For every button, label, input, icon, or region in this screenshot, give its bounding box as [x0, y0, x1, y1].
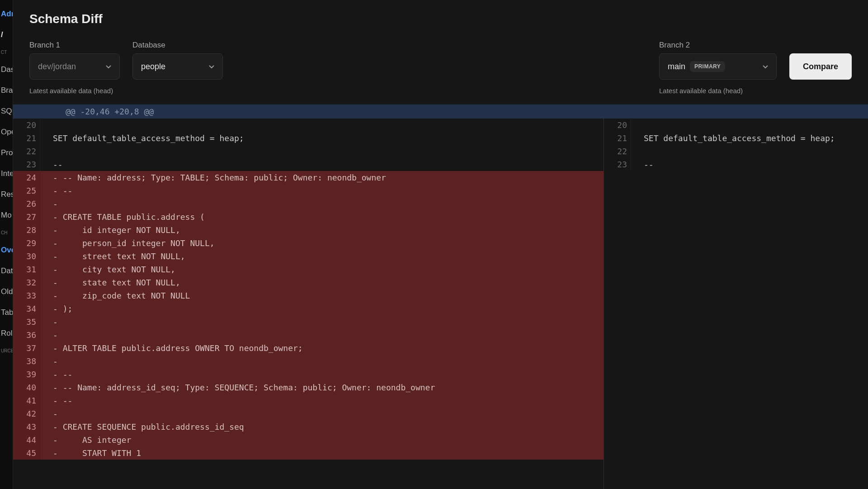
- line-content: [631, 119, 868, 132]
- chevron-down-icon: [105, 63, 112, 70]
- line-content: --: [40, 158, 604, 171]
- line-content: --: [631, 158, 868, 171]
- diff-row: 24-- Name: address; Type: TABLE; Schema:…: [13, 171, 604, 184]
- diff-row: 31 city text NOT NULL,: [13, 263, 604, 276]
- sidebar-item[interactable]: Ope: [0, 122, 13, 142]
- sidebar-item[interactable]: Tab: [0, 302, 13, 323]
- database-block: Database people: [132, 41, 223, 95]
- line-content: ALTER TABLE public.address OWNER TO neon…: [40, 342, 604, 355]
- diff-row: 38: [13, 355, 604, 368]
- line-content: CREATE SEQUENCE public.address_id_seq: [40, 420, 604, 433]
- compare-button[interactable]: Compare: [789, 53, 852, 80]
- line-number: 23: [604, 158, 631, 171]
- line-number: 25: [13, 184, 40, 197]
- header: Schema Diff: [13, 0, 868, 38]
- line-number: 39: [13, 368, 40, 381]
- sidebar-item[interactable]: CT: [0, 45, 13, 59]
- diff-row: 37ALTER TABLE public.address OWNER TO ne…: [13, 342, 604, 355]
- diff-row: 44 AS integer: [13, 433, 604, 446]
- diff-row: 42: [13, 407, 604, 420]
- sidebar-item[interactable]: URCES: [0, 344, 13, 358]
- line-content: [40, 119, 604, 132]
- database-value: people: [141, 62, 165, 71]
- line-content: [40, 407, 604, 420]
- diff-row: 30 street text NOT NULL,: [13, 250, 604, 263]
- diff-row: 40-- Name: address_id_seq; Type: SEQUENC…: [13, 381, 604, 394]
- branch2-hint: Latest available data (head): [659, 87, 777, 95]
- diff-row: 45 START WITH 1: [13, 446, 604, 460]
- diff-view: @@ -20,46 +20,8 @@ 2021SET default_table…: [13, 104, 868, 489]
- line-content: SET default_table_access_method = heap;: [40, 132, 604, 145]
- diff-row: 22: [604, 145, 868, 158]
- sidebar-item[interactable]: SQL: [0, 101, 13, 122]
- diff-row: 35: [13, 315, 604, 328]
- line-number: 26: [13, 197, 40, 210]
- diff-row: 22: [13, 145, 604, 158]
- line-number: 20: [13, 119, 40, 132]
- line-number: 38: [13, 355, 40, 368]
- line-content: state text NOT NULL,: [40, 276, 604, 289]
- database-spacer: [132, 87, 223, 95]
- branch2-block: Branch 2 main PRIMARY Latest available d…: [659, 41, 777, 95]
- main-content: Schema Diff Branch 1 dev/jordan Latest a…: [13, 0, 868, 489]
- diff-row: 26: [13, 197, 604, 210]
- line-content: --: [40, 184, 604, 197]
- sidebar-item[interactable]: Inte: [0, 163, 13, 184]
- page-title: Schema Diff: [29, 12, 852, 26]
- line-number: 27: [13, 210, 40, 223]
- primary-badge: PRIMARY: [690, 61, 725, 72]
- sidebar-item[interactable]: Mo: [0, 205, 13, 226]
- line-content: [40, 355, 604, 368]
- line-content: SET default_table_access_method = heap;: [631, 132, 868, 145]
- diff-right-pane: 2021SET default_table_access_method = he…: [604, 104, 868, 489]
- line-content: [40, 315, 604, 328]
- diff-row: 28 id integer NOT NULL,: [13, 223, 604, 237]
- line-number: 42: [13, 407, 40, 420]
- sidebar: Admi/CTDasBraSQLOpeProInteResMoCHOveDatO…: [0, 0, 13, 489]
- sidebar-item[interactable]: Admi: [0, 4, 13, 24]
- line-number: 32: [13, 276, 40, 289]
- diff-row: 39--: [13, 368, 604, 381]
- branch1-value: dev/jordan: [38, 62, 76, 71]
- branch2-select[interactable]: main PRIMARY: [659, 53, 777, 80]
- line-number: 21: [13, 132, 40, 145]
- sidebar-item[interactable]: Ove: [0, 240, 13, 261]
- diff-row: 20: [13, 119, 604, 132]
- database-label: Database: [132, 41, 223, 50]
- branch2-label: Branch 2: [659, 41, 777, 50]
- diff-row: 34);: [13, 302, 604, 315]
- line-number: 34: [13, 302, 40, 315]
- line-number: 35: [13, 315, 40, 328]
- diff-row: 33 zip_code text NOT NULL: [13, 289, 604, 302]
- line-content: city text NOT NULL,: [40, 263, 604, 276]
- line-content: START WITH 1: [40, 446, 604, 460]
- sidebar-item[interactable]: Das: [0, 59, 13, 80]
- sidebar-item[interactable]: Res: [0, 184, 13, 205]
- diff-row: 43CREATE SEQUENCE public.address_id_seq: [13, 420, 604, 433]
- line-content: [40, 145, 604, 158]
- sidebar-item[interactable]: Pro: [0, 142, 13, 163]
- sidebar-item[interactable]: CH: [0, 226, 13, 240]
- line-content: [631, 145, 868, 158]
- sidebar-item[interactable]: Dat: [0, 261, 13, 281]
- sidebar-item[interactable]: Bra: [0, 80, 13, 101]
- line-number: 20: [604, 119, 631, 132]
- sidebar-item[interactable]: Rol: [0, 323, 13, 344]
- line-number: 45: [13, 446, 40, 460]
- database-select[interactable]: people: [132, 53, 223, 80]
- line-number: 36: [13, 328, 40, 342]
- diff-row: 25--: [13, 184, 604, 197]
- compare-block: Compare: [789, 38, 852, 95]
- line-content: id integer NOT NULL,: [40, 223, 604, 237]
- line-number: 33: [13, 289, 40, 302]
- branch2-value: main: [668, 62, 685, 71]
- diff-row: 23--: [13, 158, 604, 171]
- line-number: 23: [13, 158, 40, 171]
- diff-row: 41--: [13, 394, 604, 407]
- sidebar-item[interactable]: Old: [0, 281, 13, 302]
- line-content: -- Name: address; Type: TABLE; Schema: p…: [40, 171, 604, 184]
- line-number: 41: [13, 394, 40, 407]
- branch1-select[interactable]: dev/jordan: [29, 53, 120, 80]
- sidebar-item[interactable]: /: [0, 24, 13, 45]
- line-number: 22: [13, 145, 40, 158]
